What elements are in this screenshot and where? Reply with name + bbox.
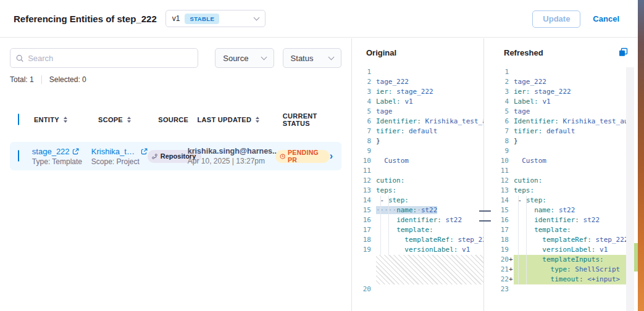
diff-marker: [371, 225, 376, 235]
code-line: 16 identifier: st22: [353, 215, 483, 225]
diff-marker: [509, 186, 514, 196]
indent-guide: [526, 196, 527, 284]
line-number: 6: [490, 117, 509, 126]
chevron-down-icon: [261, 54, 267, 60]
indent-guide: [380, 196, 381, 255]
code-line: 19 versionLabel: v1: [490, 245, 626, 255]
diff-marker: [371, 215, 376, 225]
code-line: 1: [490, 67, 626, 77]
line-number: 5: [353, 107, 371, 117]
header-actions: Update Cancel: [532, 0, 619, 38]
code-text: [376, 67, 483, 77]
code-text: identifier: st22: [514, 215, 626, 225]
diff-marker: +: [509, 255, 514, 265]
line-number: 7: [353, 126, 371, 136]
diff-marker: [509, 156, 514, 166]
refreshed-code[interactable]: 12tage_2223ier: stage_2224Label: v15tage…: [490, 67, 626, 294]
table-row[interactable]: stage_222 Type: Template Krishika_test_a…: [10, 142, 341, 170]
external-link-icon[interactable]: [72, 148, 79, 155]
copy-button[interactable]: [619, 48, 628, 57]
line-number: 12: [490, 176, 509, 186]
pane-divider: [483, 38, 484, 311]
sort-icon[interactable]: [127, 117, 131, 123]
code-line: 20+ templateInputs:: [490, 255, 626, 265]
code-text: cution:: [514, 176, 626, 186]
stable-badge: STABLE: [185, 14, 219, 24]
code-text: [514, 284, 626, 294]
diff-marker: [509, 196, 514, 205]
updated-at: Apr 10, 2025 | 13:27pm: [188, 157, 275, 165]
copy-icon: [619, 48, 628, 57]
original-code[interactable]: 12tage_2223ier: stage_2224Label: v15tage…: [353, 67, 483, 294]
diff-marker: [509, 166, 514, 176]
diff-pane-refreshed: Refreshed 12tage_2223ier: stage_2224Labe…: [490, 38, 626, 311]
line-number: 3: [353, 87, 371, 97]
code-text: template:: [376, 225, 483, 235]
code-text: [514, 67, 626, 77]
code-line: 10 Custom: [490, 156, 626, 166]
column-entity: ENTITY: [34, 116, 59, 123]
code-line: 11: [490, 166, 626, 176]
code-text: }: [376, 136, 483, 146]
code-line: 18 templateRef: step_222: [353, 235, 483, 245]
code-line: 6Identifier: Krishika_test_aut: [353, 117, 483, 126]
repository-icon: [151, 153, 158, 160]
line-number: 9: [490, 146, 509, 156]
code-line: 8}: [490, 136, 626, 146]
line-number: 15: [490, 205, 509, 215]
table-header: ENTITY SCOPE SOURCE LAST UPDATED CURRENT…: [10, 112, 341, 127]
diff-marker: [509, 245, 514, 255]
line-number: 19: [353, 245, 371, 255]
code-line: 21+ type: ShellScript: [490, 265, 626, 275]
search-box[interactable]: [10, 48, 198, 68]
row-checkbox[interactable]: [18, 150, 19, 162]
diff-marker: [371, 284, 376, 294]
diff-marker: [371, 126, 376, 136]
code-text: timeout: <+input>: [514, 275, 626, 284]
diff-marker: [509, 107, 514, 117]
source-filter-select[interactable]: Source: [215, 48, 274, 68]
code-text: [376, 166, 483, 176]
diff-marker: [371, 97, 376, 107]
select-all-checkbox[interactable]: [18, 114, 19, 125]
line-number: 4: [490, 97, 509, 107]
code-line: 18 templateRef: step_222: [490, 235, 626, 245]
scrollbar-track[interactable]: [626, 67, 634, 311]
line-number: 5: [490, 107, 509, 117]
scope-name-link[interactable]: Krishika_test_au...: [91, 147, 138, 156]
code-text: Custom: [514, 156, 626, 166]
version-select[interactable]: v1 STABLE: [165, 10, 266, 27]
line-number: 20: [490, 255, 509, 265]
line-number: 2: [490, 77, 509, 87]
page-edge-gradient: [638, 0, 644, 311]
code-text: [514, 146, 626, 156]
line-number: 3: [490, 87, 509, 97]
line-number: 14: [353, 196, 371, 205]
external-link-icon[interactable]: [141, 148, 148, 155]
column-source: SOURCE: [158, 116, 188, 123]
line-number: 23: [490, 284, 509, 294]
selected-count: Selected: 0: [49, 75, 86, 84]
code-text: tage_222: [376, 77, 483, 87]
diff-marker: [509, 176, 514, 186]
sort-icon[interactable]: [256, 117, 259, 123]
code-line: 8}: [353, 136, 483, 146]
line-number: 1: [490, 67, 509, 77]
sort-icon[interactable]: [64, 117, 67, 123]
chevron-right-icon[interactable]: ›: [330, 151, 333, 161]
code-line: 9: [490, 146, 626, 156]
entity-name-link[interactable]: stage_222: [32, 147, 70, 156]
update-button[interactable]: Update: [532, 10, 580, 28]
diff-marker: [371, 107, 376, 117]
cancel-button[interactable]: Cancel: [593, 14, 619, 23]
search-input[interactable]: [28, 54, 192, 63]
diff-marker: [509, 225, 514, 235]
original-pane-title: Original: [353, 38, 483, 67]
code-line: 1: [353, 67, 483, 77]
diff-marker: [509, 87, 514, 97]
code-text: tage_222: [514, 77, 626, 87]
line-number: 13: [490, 186, 509, 196]
diff-marker: [371, 176, 376, 186]
diff-marker: [371, 146, 376, 156]
status-filter-select[interactable]: Status: [283, 48, 341, 68]
